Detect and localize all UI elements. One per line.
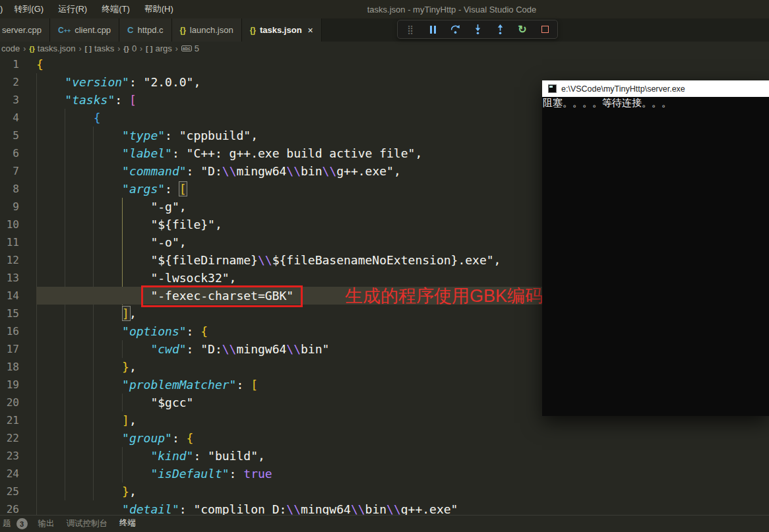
code-line[interactable]: { xyxy=(36,55,769,73)
code-token: ${fileBasenameNoExtension}.exe" xyxy=(272,253,494,267)
line-number[interactable]: 24 xyxy=(0,465,19,483)
stop-icon[interactable] xyxy=(539,24,551,36)
code-token: "complilon D: xyxy=(193,502,286,515)
code-token: { xyxy=(36,57,44,71)
line-number[interactable]: 23 xyxy=(0,447,19,465)
code-token: \\ xyxy=(286,342,301,356)
panel-tab-debug-console[interactable]: 调试控制台 xyxy=(65,516,109,532)
code-token: "command" xyxy=(122,164,187,178)
line-number[interactable]: 14 xyxy=(0,287,19,305)
code-token xyxy=(36,307,122,320)
line-number[interactable]: 6 xyxy=(0,144,19,162)
code-line[interactable]: "detail": "complilon D:\\mingw64\\bin\\g… xyxy=(36,500,769,515)
code-token xyxy=(36,111,94,125)
line-number[interactable]: 15 xyxy=(0,305,19,322)
c-icon: C xyxy=(127,25,133,35)
line-number[interactable]: 13 xyxy=(0,269,19,287)
line-number[interactable]: 25 xyxy=(0,483,19,500)
code-token: { xyxy=(200,324,208,338)
line-number[interactable]: 21 xyxy=(0,411,19,429)
tab-launch-json[interactable]: {} launch.json xyxy=(172,18,242,42)
tab-server-cpp[interactable]: server.cpp xyxy=(0,18,50,42)
code-token: "2.0.0" xyxy=(144,75,194,89)
breadcrumb-item-folder[interactable]: code xyxy=(1,44,20,53)
tab-tasks-json[interactable]: {} tasks.json × xyxy=(242,18,322,42)
breadcrumb-item-file[interactable]: {}tasks.json xyxy=(29,44,75,53)
console-window: e:\VSCode\myTinyHttp\server.exe 阻塞。。。。等待… xyxy=(542,80,769,416)
code-token: , xyxy=(258,449,265,463)
code-token xyxy=(36,378,122,392)
line-number[interactable]: 18 xyxy=(0,358,19,376)
menu-item-help[interactable]: 帮助(H) xyxy=(137,0,181,18)
console-body[interactable]: 阻塞。。。。等待连接。。。 xyxy=(542,97,769,416)
line-number[interactable]: 1 xyxy=(0,55,19,73)
tab-client-cpp[interactable]: C++ client.cpp xyxy=(50,18,119,42)
line-number[interactable]: 9 xyxy=(0,198,19,216)
step-out-icon[interactable] xyxy=(494,24,506,36)
panel-tab-terminal[interactable]: 终端 xyxy=(118,515,137,532)
menu-item-terminal[interactable]: 终端(T) xyxy=(94,0,137,18)
line-number[interactable]: 26 xyxy=(0,500,19,515)
line-number[interactable]: 22 xyxy=(0,429,19,447)
step-into-icon[interactable] xyxy=(472,24,483,36)
menu-bar: ) 转到(G) 运行(R) 终端(T) 帮助(H) xyxy=(0,0,181,18)
code-token: : xyxy=(172,146,187,160)
line-number[interactable]: 7 xyxy=(0,162,19,180)
pause-icon[interactable] xyxy=(427,24,439,36)
code-token xyxy=(36,360,122,374)
code-line[interactable]: "isDefault": true xyxy=(36,465,769,483)
close-icon[interactable]: × xyxy=(308,26,313,35)
code-line[interactable]: "kind": "build", xyxy=(36,447,769,465)
grip-icon[interactable]: ⣿ xyxy=(404,24,416,36)
line-number[interactable]: 2 xyxy=(0,73,19,91)
line-number[interactable]: 3 xyxy=(0,91,19,109)
line-number[interactable]: 5 xyxy=(0,127,19,144)
line-number[interactable]: 11 xyxy=(0,233,19,251)
code-token xyxy=(36,467,150,481)
menu-item-run[interactable]: 运行(R) xyxy=(51,0,94,18)
code-line[interactable]: }, xyxy=(36,483,769,500)
line-number[interactable]: 16 xyxy=(0,322,19,340)
menu-item-goto[interactable]: 转到(G) xyxy=(7,0,51,18)
panel-tab-output[interactable]: 输出 xyxy=(37,516,56,532)
code-line[interactable]: "group": { xyxy=(36,429,769,447)
bracket-match-box xyxy=(122,306,131,321)
console-titlebar[interactable]: e:\VSCode\myTinyHttp\server.exe xyxy=(542,80,769,97)
line-number[interactable]: 10 xyxy=(0,216,19,233)
bracket-match-box xyxy=(179,181,187,196)
code-token: "options" xyxy=(122,324,187,338)
step-over-icon[interactable] xyxy=(449,24,461,36)
breadcrumb-item-index[interactable]: {}0 xyxy=(123,44,137,53)
line-number[interactable]: 4 xyxy=(0,109,19,127)
tab-httpd-c[interactable]: C httpd.c xyxy=(119,18,171,42)
breadcrumb-item-tasks[interactable]: [ ]tasks xyxy=(85,44,115,53)
breadcrumb-item-element[interactable]: abc5 xyxy=(181,44,199,53)
code-token: "version" xyxy=(65,75,129,89)
code-token xyxy=(36,502,122,515)
console-app-icon xyxy=(548,84,557,93)
code-token: : xyxy=(172,431,187,445)
code-token: , xyxy=(415,146,422,160)
panel-tab-problems[interactable]: 题 xyxy=(1,516,13,532)
restart-icon[interactable]: ↻ xyxy=(516,24,528,36)
chevron-right-icon: › xyxy=(23,44,26,53)
code-token: : xyxy=(230,467,244,481)
line-number[interactable]: 8 xyxy=(0,180,19,198)
breadcrumb-item-args[interactable]: [ ]args xyxy=(146,44,172,53)
line-number[interactable]: 20 xyxy=(0,394,19,411)
line-number[interactable]: 12 xyxy=(0,251,19,269)
chevron-right-icon: › xyxy=(140,44,142,53)
gutter[interactable]: 1234567891011121314151617181920212223242… xyxy=(0,55,26,515)
code-token: : xyxy=(187,164,201,178)
line-number[interactable]: 19 xyxy=(0,376,19,394)
code-token: mingw64 xyxy=(301,502,351,515)
tab-label: tasks.json xyxy=(260,25,302,35)
code-token: \\ xyxy=(286,164,301,178)
code-token: "${fileDirname} xyxy=(150,253,258,267)
line-number[interactable]: 17 xyxy=(0,340,19,358)
menu-item-clipped[interactable]: ) xyxy=(0,0,7,18)
code-token: "cwd" xyxy=(150,342,186,356)
code-token: } xyxy=(122,360,129,374)
code-token xyxy=(36,396,150,409)
code-token xyxy=(36,93,65,107)
